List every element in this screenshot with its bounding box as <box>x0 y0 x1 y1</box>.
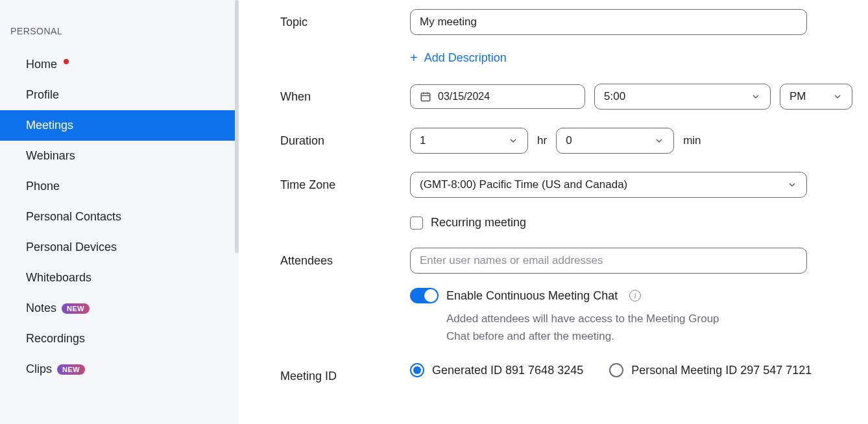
main-content: Topic + Add Description When 03/15/2024 … <box>239 0 868 424</box>
sidebar-item-webinars[interactable]: Webinars <box>0 141 239 171</box>
svg-rect-0 <box>421 93 430 101</box>
personal-id-radio[interactable] <box>609 363 623 377</box>
duration-minutes-select[interactable]: 0 <box>556 128 674 154</box>
minutes-unit: min <box>683 134 701 147</box>
sidebar-item-label: Webinars <box>26 149 75 163</box>
new-badge: NEW <box>57 364 85 375</box>
duration-hours-select[interactable]: 1 <box>410 128 528 154</box>
sidebar-item-clips[interactable]: Clips NEW <box>0 354 239 384</box>
sidebar-item-personal-contacts[interactable]: Personal Contacts <box>0 202 239 232</box>
chevron-down-icon <box>654 135 664 146</box>
attendees-label: Attendees <box>280 248 410 268</box>
sidebar-item-label: Whiteboards <box>26 271 91 285</box>
hours-unit: hr <box>537 134 547 147</box>
sidebar-item-label: Phone <box>26 180 60 193</box>
notification-dot-icon <box>64 59 69 64</box>
sidebar-item-label: Notes <box>26 301 56 315</box>
duration-hours-value: 1 <box>420 134 426 147</box>
calendar-icon <box>420 91 431 102</box>
sidebar-item-label: Personal Devices <box>26 241 117 254</box>
when-label: When <box>280 84 410 104</box>
sidebar-item-label: Profile <box>26 88 59 102</box>
time-value: 5:00 <box>604 90 625 103</box>
sidebar-item-home[interactable]: Home <box>0 49 239 80</box>
date-picker[interactable]: 03/15/2024 <box>410 84 585 109</box>
new-badge: NEW <box>62 303 90 314</box>
timezone-select[interactable]: (GMT-8:00) Pacific Time (US and Canada) <box>410 172 807 198</box>
sidebar-item-recordings[interactable]: Recordings <box>0 324 239 354</box>
continuous-chat-label: Enable Continuous Meeting Chat <box>446 289 618 303</box>
recurring-label: Recurring meeting <box>431 216 526 230</box>
chevron-down-icon <box>832 91 843 102</box>
duration-label: Duration <box>280 128 410 148</box>
personal-id-label: Personal Meeting ID 297 547 7121 <box>631 364 812 377</box>
sidebar-item-label: Personal Contacts <box>26 210 121 224</box>
sidebar-item-notes[interactable]: Notes NEW <box>0 293 239 324</box>
timezone-value: (GMT-8:00) Pacific Time (US and Canada) <box>420 178 627 191</box>
sidebar-section-title: PERSONAL <box>0 18 239 49</box>
scrollbar[interactable] <box>235 0 239 253</box>
continuous-chat-toggle[interactable] <box>410 288 439 303</box>
ampm-value: PM <box>790 90 806 103</box>
generated-id-label: Generated ID 891 7648 3245 <box>432 364 583 377</box>
chevron-down-icon <box>751 91 761 102</box>
recurring-checkbox[interactable] <box>410 217 423 230</box>
topic-label: Topic <box>280 9 410 29</box>
topic-input[interactable] <box>410 9 807 35</box>
sidebar-item-profile[interactable]: Profile <box>0 80 239 110</box>
sidebar-item-personal-devices[interactable]: Personal Devices <box>0 232 239 263</box>
attendees-input[interactable] <box>410 248 807 274</box>
sidebar-item-meetings[interactable]: Meetings <box>0 110 239 141</box>
add-description-label: Add Description <box>424 51 507 65</box>
timezone-label: Time Zone <box>280 172 410 192</box>
sidebar-item-label: Meetings <box>26 119 73 132</box>
time-select[interactable]: 5:00 <box>594 84 771 110</box>
sidebar-item-label: Home <box>26 58 57 71</box>
info-icon[interactable]: i <box>629 290 641 301</box>
sidebar-item-whiteboards[interactable]: Whiteboards <box>0 263 239 293</box>
generated-id-radio[interactable] <box>410 363 424 377</box>
continuous-chat-help: Added attendees will have access to the … <box>446 310 738 345</box>
duration-minutes-value: 0 <box>566 134 572 147</box>
toggle-knob <box>424 289 437 302</box>
sidebar-item-label: Recordings <box>26 332 85 346</box>
ampm-select[interactable]: PM <box>780 84 852 110</box>
add-description-button[interactable]: + Add Description <box>410 51 507 65</box>
sidebar: PERSONAL Home Profile Meetings Webinars … <box>0 0 239 424</box>
plus-icon: + <box>410 51 418 65</box>
date-value: 03/15/2024 <box>438 91 490 102</box>
chevron-down-icon <box>508 135 518 146</box>
meeting-id-label: Meeting ID <box>280 363 410 383</box>
sidebar-item-phone[interactable]: Phone <box>0 171 239 202</box>
sidebar-item-label: Clips <box>26 362 52 376</box>
chevron-down-icon <box>787 180 797 190</box>
